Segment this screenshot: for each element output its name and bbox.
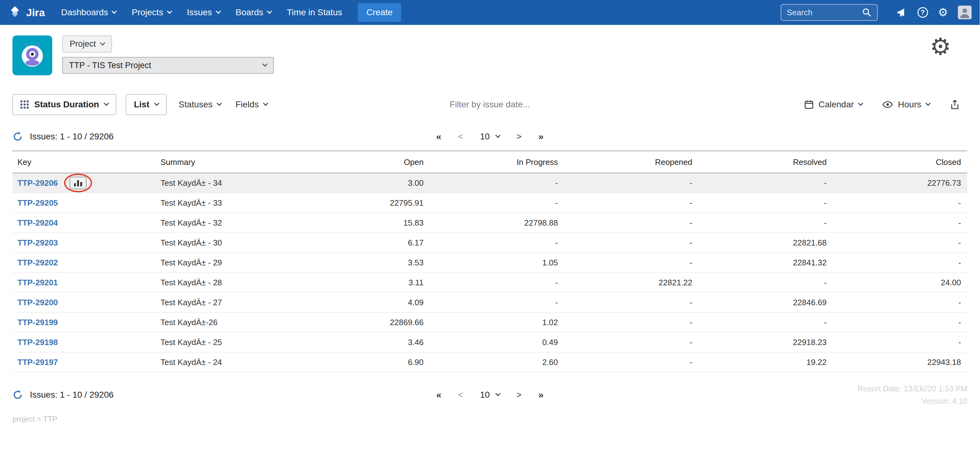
issue-key-link[interactable]: TTP-29202: [18, 258, 58, 268]
page-size-dropdown[interactable]: 10: [480, 390, 500, 400]
pagination-first-button[interactable]: «: [436, 131, 441, 142]
nav-item-time-in-status[interactable]: Time in Status: [287, 8, 342, 18]
hours-button[interactable]: Hours: [880, 96, 932, 113]
feedback-megaphone-icon[interactable]: [896, 8, 908, 18]
table-row[interactable]: TTP-29204 Test KaydÄ± - 32 15.83 22798.8…: [13, 213, 967, 233]
table-row[interactable]: TTP-29198 Test KaydÄ± - 25 3.46 0.49 - 2…: [13, 332, 967, 352]
jira-logo[interactable]: Jira: [8, 6, 45, 19]
issue-key-link[interactable]: TTP-29197: [18, 357, 58, 367]
table-row[interactable]: TTP-29202 Test KaydÄ± - 29 3.53 1.05 - 2…: [13, 253, 967, 273]
cell-closed: -: [833, 292, 967, 313]
col-closed[interactable]: Closed: [833, 151, 967, 173]
col-summary[interactable]: Summary: [156, 151, 296, 173]
table-row[interactable]: TTP-29201 Test KaydÄ± - 28 3.11 - 22821.…: [13, 273, 967, 292]
fields-button[interactable]: Fields: [233, 96, 270, 113]
page-size-dropdown[interactable]: 10: [480, 132, 500, 142]
cell-resolved: -: [698, 313, 833, 332]
gear-icon[interactable]: ⚙: [938, 7, 948, 18]
issues-count-label: Issues: 1 - 10 / 29206: [30, 390, 113, 400]
project-select[interactable]: TTP - TIS Test Project: [62, 57, 274, 74]
chart-annotation: [64, 174, 92, 192]
nav-item-boards[interactable]: Boards: [236, 8, 272, 18]
pagination-prev-button[interactable]: <: [458, 132, 463, 142]
results-bar-bottom: Issues: 1 - 10 / 29206 « < 10 > » Report…: [13, 382, 967, 407]
issue-key-link[interactable]: TTP-29199: [18, 318, 58, 327]
issue-key-link[interactable]: TTP-29205: [18, 198, 58, 208]
version-label: Version: 4.10: [544, 395, 967, 407]
issue-summary: Test KaydÄ± - 27: [156, 292, 296, 313]
col-in-progress[interactable]: In Progress: [430, 151, 564, 173]
col-resolved[interactable]: Resolved: [698, 151, 833, 173]
settings-gear-icon[interactable]: ⚙: [930, 35, 951, 59]
issue-key-link[interactable]: TTP-29198: [18, 338, 58, 347]
search-icon[interactable]: [862, 8, 872, 17]
jira-logo-icon: [8, 6, 22, 19]
pagination-first-button[interactable]: «: [436, 389, 441, 400]
cell-resolved: 22918.23: [698, 332, 833, 352]
issue-summary: Test KaydÄ± - 33: [156, 193, 296, 213]
issue-summary: Test KaydÄ± - 32: [156, 213, 296, 233]
pagination-last-button[interactable]: »: [538, 389, 544, 400]
cell-closed: 22943.18: [833, 352, 967, 372]
pagination-next-button[interactable]: >: [517, 390, 522, 400]
cell-in-progress: 22798.88: [430, 213, 564, 233]
nav-item-projects[interactable]: Projects: [132, 8, 171, 18]
issue-summary: Test KaydÄ±-26: [156, 313, 296, 332]
export-button[interactable]: [947, 96, 962, 113]
cell-closed: -: [833, 213, 967, 233]
cell-open: 22869.66: [296, 313, 430, 332]
project-scope-button[interactable]: Project: [62, 35, 112, 53]
pagination-prev-button[interactable]: <: [458, 390, 463, 400]
user-avatar[interactable]: [958, 6, 972, 19]
chart-button[interactable]: [70, 177, 86, 189]
refresh-icon[interactable]: [13, 131, 23, 142]
cell-in-progress: 1.02: [430, 313, 564, 332]
table-row[interactable]: TTP-29199 Test KaydÄ±-26 22869.66 1.02 -…: [13, 313, 967, 332]
issue-date-filter-input[interactable]: [428, 100, 552, 110]
cell-closed: -: [833, 332, 967, 352]
nav-item-issues[interactable]: Issues: [187, 8, 220, 18]
report-date-label: Report Date: 13/Eki/20 1:53 PM: [544, 382, 967, 395]
navbar-search: [781, 4, 878, 21]
chevron-down-icon: [267, 9, 272, 14]
issue-key-link[interactable]: TTP-29201: [18, 278, 58, 287]
cell-reopened: 22821.22: [564, 273, 698, 292]
issue-key-link[interactable]: TTP-29203: [18, 238, 58, 248]
calendar-icon: [804, 100, 814, 109]
pagination-bottom: « < 10 > »: [436, 389, 543, 400]
table-row[interactable]: TTP-29206 Test KaydÄ± - 34 3.00 - - - 22…: [13, 173, 967, 193]
report-type-button[interactable]: Status Duration: [13, 94, 116, 115]
search-input[interactable]: [787, 8, 858, 18]
project-avatar[interactable]: [13, 35, 52, 75]
issue-key-link[interactable]: TTP-29204: [18, 218, 58, 228]
cell-reopened: -: [564, 193, 698, 213]
nav-item-dashboards[interactable]: Dashboards: [61, 8, 116, 18]
refresh-icon[interactable]: [13, 389, 23, 400]
cell-reopened: -: [564, 173, 698, 193]
results-bar-top: Issues: 1 - 10 / 29206 « < 10 > »: [13, 131, 967, 142]
pagination-last-button[interactable]: »: [538, 131, 544, 142]
issue-summary: Test KaydÄ± - 28: [156, 273, 296, 292]
table-row[interactable]: TTP-29205 Test KaydÄ± - 33 22795.91 - - …: [13, 193, 967, 213]
cell-open: 4.09: [296, 292, 430, 313]
cell-open: 15.83: [296, 213, 430, 233]
table-row[interactable]: TTP-29197 Test KaydÄ± - 24 6.90 2.60 - 1…: [13, 352, 967, 372]
chevron-down-icon: [263, 101, 268, 106]
statuses-button[interactable]: Statuses: [176, 96, 224, 113]
pagination-next-button[interactable]: >: [517, 132, 522, 142]
table-row[interactable]: TTP-29203 Test KaydÄ± - 30 6.17 - - 2282…: [13, 233, 967, 253]
cell-closed: -: [833, 193, 967, 213]
cell-in-progress: -: [430, 233, 564, 253]
col-reopened[interactable]: Reopened: [564, 151, 698, 173]
col-key[interactable]: Key: [13, 151, 156, 173]
issue-key-link[interactable]: TTP-29206: [18, 178, 58, 188]
chevron-down-icon: [262, 62, 268, 67]
issue-summary: Test KaydÄ± - 25: [156, 332, 296, 352]
col-open[interactable]: Open: [296, 151, 430, 173]
create-button[interactable]: Create: [358, 3, 401, 22]
calendar-button[interactable]: Calendar: [802, 96, 865, 113]
table-row[interactable]: TTP-29200 Test KaydÄ± - 27 4.09 - - 2284…: [13, 292, 967, 313]
view-mode-button[interactable]: List: [126, 94, 167, 115]
help-icon[interactable]: ?: [918, 7, 928, 18]
issue-key-link[interactable]: TTP-29200: [18, 298, 58, 307]
